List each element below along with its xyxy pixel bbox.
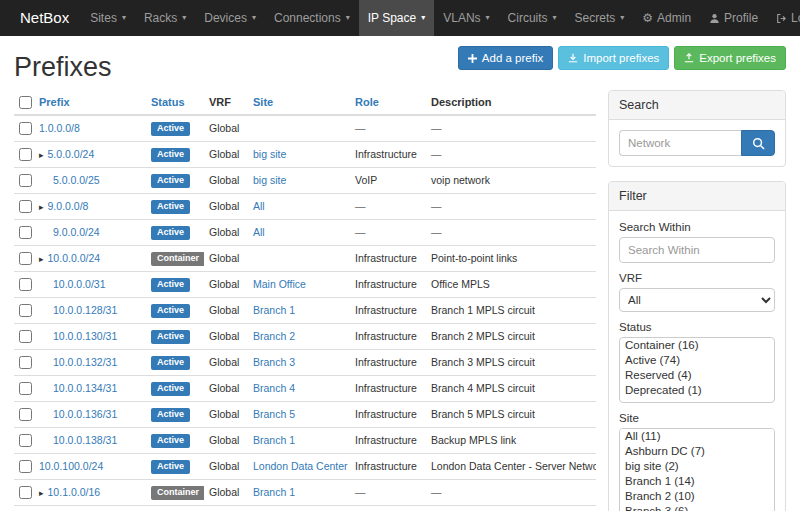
prefix-link[interactable]: 10.1.0.0/16 — [48, 486, 101, 498]
nav-item-devices[interactable]: Devices▾ — [195, 0, 265, 36]
vrf-select[interactable]: All — [619, 288, 775, 312]
prefix-link[interactable]: 10.0.0.136/31 — [53, 408, 117, 420]
site-link[interactable]: big site — [253, 174, 286, 186]
vrf-cell: Global — [204, 297, 248, 323]
site-link[interactable]: Branch 2 — [253, 330, 295, 342]
caret-down-icon: ▾ — [486, 0, 490, 36]
nav-item-profile[interactable]: Profile — [700, 0, 767, 36]
row-checkbox[interactable] — [19, 278, 32, 291]
row-checkbox[interactable] — [19, 356, 32, 369]
prefix-link[interactable]: 10.0.0.132/31 — [53, 356, 117, 368]
prefix-link[interactable]: 9.0.0.0/24 — [53, 226, 100, 238]
site-link[interactable]: All — [253, 226, 265, 238]
prefix-link[interactable]: 10.0.0.134/31 — [53, 382, 117, 394]
import-prefixes-button[interactable]: Import prefixes — [558, 46, 669, 70]
expand-arrow-icon[interactable]: ▸ — [39, 202, 44, 212]
prefix-cell: 10.0.0.132/31 — [34, 349, 146, 375]
role-cell: Infrastructure — [350, 349, 426, 375]
site-listbox[interactable]: All (11)Ashburn DC (7)big site (2)Branch… — [619, 428, 775, 511]
row-checkbox[interactable] — [19, 434, 32, 447]
table-row: 10.0.0.138/31ActiveGlobalBranch 1Infrast… — [14, 427, 596, 453]
site-option[interactable]: Branch 3 (6) — [620, 504, 774, 511]
site-link[interactable]: Branch 5 — [253, 408, 295, 420]
status-listbox[interactable]: Container (16)Active (74)Reserved (4)Dep… — [619, 337, 775, 403]
nav-item-label: Racks — [144, 0, 177, 36]
prefix-link[interactable]: 10.0.0.0/24 — [48, 252, 101, 264]
site-option[interactable]: big site (2) — [620, 459, 774, 474]
site-link[interactable]: Branch 1 — [253, 304, 295, 316]
column-sort-link[interactable]: Site — [253, 96, 273, 108]
prefix-link[interactable]: 10.0.100.0/24 — [39, 460, 103, 472]
prefix-link[interactable]: 10.0.0.130/31 — [53, 330, 117, 342]
column-sort-link[interactable]: Status — [151, 96, 185, 108]
app-logo[interactable]: NetBox — [8, 0, 81, 36]
nav-item-vlans[interactable]: VLANs▾ — [434, 0, 498, 36]
nav-item-admin[interactable]: ⚙Admin — [633, 0, 700, 36]
site-option[interactable]: Branch 1 (14) — [620, 474, 774, 489]
prefix-link[interactable]: 10.0.0.0/31 — [53, 278, 106, 290]
row-checkbox[interactable] — [19, 486, 32, 499]
site-link[interactable]: Branch 4 — [253, 382, 295, 394]
status-option[interactable]: Container (16) — [620, 338, 774, 353]
site-link[interactable]: London Data Center — [253, 460, 348, 472]
row-checkbox[interactable] — [19, 226, 32, 239]
status-badge: Active — [151, 304, 190, 318]
nav-item-racks[interactable]: Racks▾ — [135, 0, 195, 36]
nav-item-connections[interactable]: Connections▾ — [265, 0, 359, 36]
search-within-input[interactable] — [619, 237, 775, 263]
prefix-link[interactable]: 1.0.0.0/8 — [39, 122, 80, 134]
expand-arrow-icon[interactable]: ▸ — [39, 254, 44, 264]
site-cell: London Data Center — [248, 453, 350, 479]
expand-arrow-icon[interactable]: ▸ — [39, 488, 44, 498]
vrf-cell: Global — [204, 323, 248, 349]
row-checkbox[interactable] — [19, 252, 32, 265]
nav-item-ip-space[interactable]: IP Space▾ — [359, 0, 435, 36]
status-option[interactable]: Deprecated (1) — [620, 383, 774, 398]
prefix-link[interactable]: 10.0.0.128/31 — [53, 304, 117, 316]
search-button[interactable] — [741, 130, 775, 156]
row-checkbox[interactable] — [19, 460, 32, 473]
site-cell — [248, 115, 350, 142]
description-cell: — — [426, 479, 596, 505]
site-link[interactable]: Branch 1 — [253, 434, 295, 446]
prefix-link[interactable]: 10.0.0.138/31 — [53, 434, 117, 446]
prefix-link[interactable]: 9.0.0.0/8 — [48, 200, 89, 212]
column-sort-link[interactable]: Prefix — [39, 96, 70, 108]
site-link[interactable]: All — [253, 200, 265, 212]
role-cell: — — [350, 219, 426, 245]
nav-item-secrets[interactable]: Secrets▾ — [566, 0, 634, 36]
status-badge: Active — [151, 174, 190, 188]
nav-item-circuits[interactable]: Circuits▾ — [499, 0, 566, 36]
site-link[interactable]: Branch 1 — [253, 486, 295, 498]
row-checkbox[interactable] — [19, 408, 32, 421]
export-prefixes-button[interactable]: Export prefixes — [674, 46, 786, 70]
nav-item-sites[interactable]: Sites▾ — [81, 0, 135, 36]
row-checkbox[interactable] — [19, 174, 32, 187]
prefix-link[interactable]: 5.0.0.0/25 — [53, 174, 100, 186]
column-header-vrf: VRF — [204, 90, 248, 115]
site-option[interactable]: All (11) — [620, 429, 774, 444]
search-input[interactable] — [619, 130, 741, 156]
row-checkbox[interactable] — [19, 382, 32, 395]
nav-item-log-out[interactable]: Log out — [767, 0, 800, 36]
table-row: 10.0.0.0/31ActiveGlobalMain OfficeInfras… — [14, 271, 596, 297]
row-select-cell — [14, 375, 34, 401]
add-a-prefix-button[interactable]: Add a prefix — [458, 46, 553, 70]
column-sort-link[interactable]: Role — [355, 96, 379, 108]
row-checkbox[interactable] — [19, 148, 32, 161]
select-all-checkbox[interactable] — [19, 96, 32, 109]
site-option[interactable]: Ashburn DC (7) — [620, 444, 774, 459]
site-option[interactable]: Branch 2 (10) — [620, 489, 774, 504]
row-checkbox[interactable] — [19, 122, 32, 135]
site-link[interactable]: big site — [253, 148, 286, 160]
row-checkbox[interactable] — [19, 200, 32, 213]
prefix-link[interactable]: 5.0.0.0/24 — [48, 148, 95, 160]
expand-arrow-icon[interactable]: ▸ — [39, 150, 44, 160]
caret-down-icon: ▾ — [346, 0, 350, 36]
status-option[interactable]: Reserved (4) — [620, 368, 774, 383]
row-checkbox[interactable] — [19, 330, 32, 343]
site-link[interactable]: Main Office — [253, 278, 306, 290]
row-checkbox[interactable] — [19, 304, 32, 317]
status-option[interactable]: Active (74) — [620, 353, 774, 368]
site-link[interactable]: Branch 3 — [253, 356, 295, 368]
